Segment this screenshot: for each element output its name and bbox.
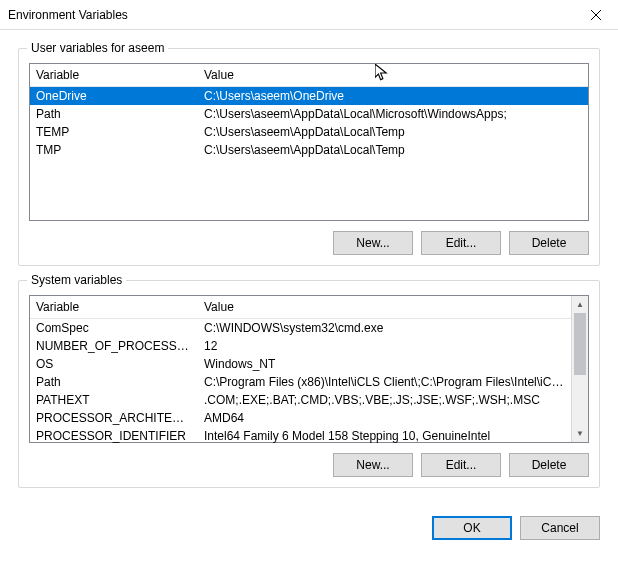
cell-variable: PROCESSOR_ARCHITECTURE xyxy=(30,410,198,426)
table-row[interactable]: OneDriveC:\Users\aseem\OneDrive xyxy=(30,87,588,105)
table-row[interactable]: PathC:\Users\aseem\AppData\Local\Microso… xyxy=(30,105,588,123)
cell-value: AMD64 xyxy=(198,410,571,426)
cell-variable: PROCESSOR_IDENTIFIER xyxy=(30,428,198,444)
table-row[interactable]: PROCESSOR_IDENTIFIERIntel64 Family 6 Mod… xyxy=(30,427,571,445)
system-col-variable[interactable]: Variable xyxy=(30,296,198,318)
cell-value: C:\Users\aseem\OneDrive xyxy=(198,88,588,104)
cell-value: C:\Program Files (x86)\Intel\iCLS Client… xyxy=(198,374,571,390)
user-new-button[interactable]: New... xyxy=(333,231,413,255)
system-variables-list[interactable]: Variable Value ComSpecC:\WINDOWS\system3… xyxy=(29,295,589,443)
user-edit-button[interactable]: Edit... xyxy=(421,231,501,255)
cell-value: .COM;.EXE;.BAT;.CMD;.VBS;.VBE;.JS;.JSE;.… xyxy=(198,392,571,408)
table-row[interactable]: OSWindows_NT xyxy=(30,355,571,373)
user-column-headers: Variable Value xyxy=(30,64,588,87)
system-scrollbar[interactable]: ▲ ▼ xyxy=(571,296,588,442)
ok-button[interactable]: OK xyxy=(432,516,512,540)
table-row[interactable]: ComSpecC:\WINDOWS\system32\cmd.exe xyxy=(30,319,571,337)
cell-value: C:\Users\aseem\AppData\Local\Microsoft\W… xyxy=(198,106,588,122)
user-variables-group: User variables for aseem Variable Value … xyxy=(18,48,600,266)
cell-value: Intel64 Family 6 Model 158 Stepping 10, … xyxy=(198,428,571,444)
cell-value: C:\WINDOWS\system32\cmd.exe xyxy=(198,320,571,336)
cell-value: C:\Users\aseem\AppData\Local\Temp xyxy=(198,142,588,158)
cell-variable: ComSpec xyxy=(30,320,198,336)
system-delete-button[interactable]: Delete xyxy=(509,453,589,477)
cell-variable: OS xyxy=(30,356,198,372)
system-new-button[interactable]: New... xyxy=(333,453,413,477)
cell-variable: TMP xyxy=(30,142,198,158)
system-column-headers: Variable Value xyxy=(30,296,588,319)
table-row[interactable]: PathC:\Program Files (x86)\Intel\iCLS Cl… xyxy=(30,373,571,391)
close-button[interactable] xyxy=(574,0,618,30)
cancel-button[interactable]: Cancel xyxy=(520,516,600,540)
cell-value: C:\Users\aseem\AppData\Local\Temp xyxy=(198,124,588,140)
cell-variable: TEMP xyxy=(30,124,198,140)
user-delete-button[interactable]: Delete xyxy=(509,231,589,255)
table-row[interactable]: TMPC:\Users\aseem\AppData\Local\Temp xyxy=(30,141,588,159)
scroll-up-icon[interactable]: ▲ xyxy=(572,296,588,313)
user-variables-list[interactable]: Variable Value OneDriveC:\Users\aseem\On… xyxy=(29,63,589,221)
cell-value: Windows_NT xyxy=(198,356,571,372)
titlebar: Environment Variables xyxy=(0,0,618,30)
user-col-variable[interactable]: Variable xyxy=(30,64,198,86)
scroll-track[interactable] xyxy=(572,313,588,425)
table-row[interactable]: TEMPC:\Users\aseem\AppData\Local\Temp xyxy=(30,123,588,141)
cell-variable: NUMBER_OF_PROCESSORS xyxy=(30,338,198,354)
system-col-value[interactable]: Value xyxy=(198,296,588,318)
cell-variable: Path xyxy=(30,374,198,390)
window-title: Environment Variables xyxy=(8,8,574,22)
table-row[interactable]: PROCESSOR_ARCHITECTUREAMD64 xyxy=(30,409,571,427)
user-variables-legend: User variables for aseem xyxy=(27,41,168,55)
cell-variable: OneDrive xyxy=(30,88,198,104)
scroll-down-icon[interactable]: ▼ xyxy=(572,425,588,442)
table-row[interactable]: NUMBER_OF_PROCESSORS12 xyxy=(30,337,571,355)
user-col-value[interactable]: Value xyxy=(198,64,588,86)
close-icon xyxy=(591,10,601,20)
system-variables-group: System variables Variable Value ComSpecC… xyxy=(18,280,600,488)
table-row[interactable]: PATHEXT.COM;.EXE;.BAT;.CMD;.VBS;.VBE;.JS… xyxy=(30,391,571,409)
system-variables-legend: System variables xyxy=(27,273,126,287)
cell-variable: Path xyxy=(30,106,198,122)
system-edit-button[interactable]: Edit... xyxy=(421,453,501,477)
scroll-thumb[interactable] xyxy=(574,313,586,375)
cell-variable: PATHEXT xyxy=(30,392,198,408)
cell-value: 12 xyxy=(198,338,571,354)
